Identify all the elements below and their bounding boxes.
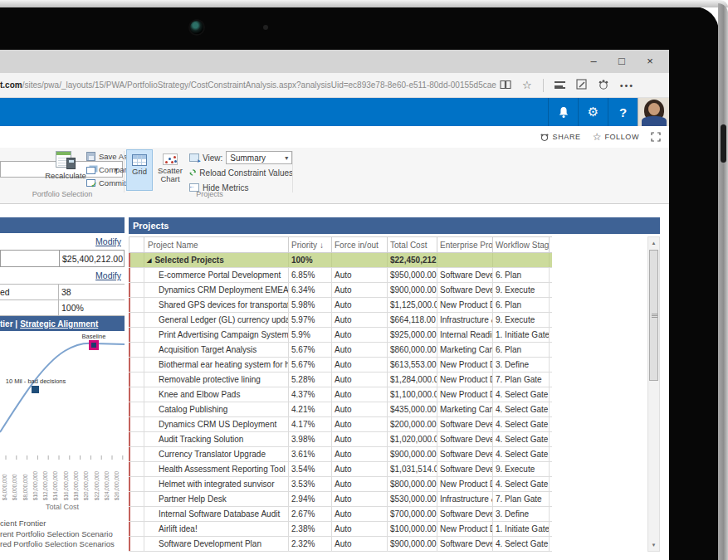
- scatter-chart-button[interactable]: Scatter Chart: [156, 149, 184, 191]
- more-actions-icon[interactable]: •••: [620, 80, 635, 90]
- row-selector-cell[interactable]: [129, 268, 144, 282]
- cell-project-name[interactable]: Print Advertising Campaign System: [144, 328, 289, 342]
- column-header-enterprise-project-type[interactable]: Enterprise Proje: [437, 237, 493, 252]
- reload-constraint-values-button[interactable]: Reload Constraint Values: [189, 166, 293, 179]
- table-row[interactable]: Knee and Elbow Pads 4.37% Auto $1,100,00…: [129, 387, 552, 402]
- table-row[interactable]: Shared GPS devices for transportation 5.…: [129, 298, 552, 313]
- column-header-force-inout[interactable]: Force in/out: [332, 237, 388, 252]
- close-button[interactable]: ×: [636, 50, 664, 73]
- row-selector-cell[interactable]: [129, 507, 144, 521]
- vertical-scrollbar[interactable]: ▲ ▼: [647, 236, 660, 552]
- cell-force-inout[interactable]: Auto: [332, 402, 388, 416]
- row-selector-cell[interactable]: [129, 328, 144, 342]
- grid-view-button[interactable]: Grid: [126, 149, 153, 191]
- cell-project-name[interactable]: Removable protective lining: [144, 373, 289, 387]
- row-selector-cell[interactable]: [129, 373, 144, 387]
- column-header-total-cost[interactable]: Total Cost: [388, 237, 437, 252]
- cell-force-inout[interactable]: Auto: [332, 447, 388, 461]
- table-row[interactable]: Helmet with integrated sunvisor 3.53% Au…: [129, 477, 552, 492]
- row-selector-cell[interactable]: [129, 522, 144, 536]
- cell-force-inout[interactable]: Auto: [332, 283, 388, 297]
- cell-project-name[interactable]: E-commerce Portal Development: [144, 268, 289, 282]
- address-bar[interactable]: t.com/sites/pwa/_layouts/15/PWA/Portfoli…: [0, 73, 669, 98]
- table-row[interactable]: Internal Software Database Audit 2.67% A…: [129, 507, 552, 522]
- cell-force-inout[interactable]: Auto: [332, 417, 388, 431]
- cell-force-inout[interactable]: Auto: [332, 387, 388, 402]
- row-selector-cell[interactable]: [129, 477, 144, 491]
- row-selector-cell[interactable]: [129, 462, 144, 476]
- web-note-icon[interactable]: [576, 79, 587, 91]
- table-row[interactable]: Airlift idea! 2.38% Auto $100,000.00 New…: [129, 522, 552, 537]
- cell-project-name[interactable]: General Ledger (GL) currency update: [144, 313, 289, 327]
- column-header-project-name[interactable]: Project Name: [144, 237, 289, 252]
- hub-icon[interactable]: [555, 81, 565, 89]
- cell-force-inout[interactable]: Auto: [332, 537, 388, 551]
- cell-project-name[interactable]: Knee and Elbow Pads: [144, 387, 289, 402]
- help-icon[interactable]: ?: [608, 98, 638, 126]
- row-selector-cell[interactable]: [129, 492, 144, 506]
- cell-force-inout[interactable]: Auto: [332, 507, 388, 521]
- cell-project-name[interactable]: Internal Software Database Audit: [144, 507, 289, 521]
- table-row[interactable]: Health Assessment Reporting Tool 3.54% A…: [129, 462, 552, 477]
- table-row[interactable]: Dynamics CRM Deployment EMEA 6.34% Auto …: [129, 283, 552, 298]
- cell-force-inout[interactable]: Auto: [332, 522, 388, 536]
- table-row[interactable]: ◢Selected Projects 100% $22,450,212: [129, 253, 552, 268]
- row-selector-cell[interactable]: [129, 343, 144, 357]
- cell-force-inout[interactable]: Auto: [332, 373, 388, 387]
- settings-gear-icon[interactable]: ⚙: [578, 98, 608, 126]
- cell-project-name[interactable]: Airlift idea!: [144, 522, 289, 536]
- table-row[interactable]: Currency Translator Upgrade 3.61% Auto $…: [129, 447, 552, 462]
- table-row[interactable]: Biothermal ear heating system for helm 5…: [129, 358, 552, 373]
- minimize-button[interactable]: –: [579, 50, 608, 73]
- cell-project-name[interactable]: Catalog Publishing: [144, 402, 289, 416]
- strategic-alignment-link[interactable]: Strategic Alignment: [20, 319, 98, 329]
- column-header-workflow-stage[interactable]: Workflow Stage: [493, 237, 550, 252]
- cell-force-inout[interactable]: Auto: [332, 298, 388, 312]
- follow-button[interactable]: ☆ FOLLOW: [593, 131, 639, 143]
- row-selector-cell[interactable]: [129, 253, 144, 267]
- scrollbar-thumb[interactable]: [649, 250, 658, 381]
- cell-project-name[interactable]: Acquisition Target Analysis: [144, 343, 289, 357]
- column-header-priority[interactable]: Priority ↓: [289, 237, 332, 252]
- table-row[interactable]: Removable protective lining 5.28% Auto $…: [129, 373, 552, 387]
- table-row[interactable]: General Ledger (GL) currency update 5.97…: [129, 313, 552, 328]
- row-selector-cell[interactable]: [129, 447, 144, 461]
- cell-project-name[interactable]: Helmet with integrated sunvisor: [144, 477, 289, 491]
- scroll-up-arrow-icon[interactable]: ▲: [648, 237, 659, 249]
- recalculate-button[interactable]: Recalculate: [46, 149, 85, 189]
- table-row[interactable]: Print Advertising Campaign System 5.9% A…: [129, 328, 552, 343]
- row-selector-cell[interactable]: [129, 298, 144, 312]
- share-button[interactable]: SHARE: [540, 132, 581, 142]
- cell-force-inout[interactable]: Auto: [332, 328, 388, 342]
- cell-force-inout[interactable]: Auto: [332, 343, 388, 357]
- cell-force-inout[interactable]: Auto: [332, 492, 388, 506]
- cell-force-inout[interactable]: Auto: [332, 358, 388, 372]
- cell-project-name[interactable]: Audit Tracking Solution: [144, 432, 289, 446]
- share-page-icon[interactable]: [598, 79, 609, 92]
- cell-project-name[interactable]: Shared GPS devices for transportation: [144, 298, 289, 312]
- row-selector-cell[interactable]: [129, 358, 144, 372]
- row-selector-cell[interactable]: [129, 283, 144, 297]
- cell-force-inout[interactable]: Auto: [332, 313, 388, 327]
- user-avatar[interactable]: [638, 98, 669, 126]
- cell-force-inout[interactable]: [332, 253, 388, 267]
- row-selector-cell[interactable]: [129, 432, 144, 446]
- table-row[interactable]: Partner Help Desk 2.94% Auto $530,000.00…: [129, 492, 552, 507]
- row-selector-cell[interactable]: [129, 402, 144, 416]
- cell-project-name[interactable]: Health Assessment Reporting Tool: [144, 462, 289, 476]
- cell-force-inout[interactable]: Auto: [332, 268, 388, 282]
- cell-project-name[interactable]: Partner Help Desk: [144, 492, 289, 506]
- cell-force-inout[interactable]: Auto: [332, 462, 388, 476]
- scroll-down-arrow-icon[interactable]: ▼: [648, 539, 659, 551]
- row-selector-cell[interactable]: [129, 537, 144, 551]
- table-row[interactable]: Catalog Publishing 4.21% Auto $435,000.0…: [129, 402, 552, 417]
- table-row[interactable]: Dynamics CRM US Deployment 4.17% Auto $2…: [129, 417, 552, 432]
- maximize-button[interactable]: □: [608, 50, 636, 73]
- cell-project-name[interactable]: Dynamics CRM Deployment EMEA: [144, 283, 289, 297]
- cell-force-inout[interactable]: Auto: [332, 432, 388, 446]
- favorites-star-icon[interactable]: ☆: [522, 79, 532, 91]
- url-text[interactable]: t.com/sites/pwa/_layouts/15/PWA/Portfoli…: [0, 80, 496, 90]
- cell-project-name[interactable]: Biothermal ear heating system for helm: [144, 358, 289, 372]
- cell-project-name[interactable]: Dynamics CRM US Deployment: [144, 417, 289, 431]
- modify-link-2[interactable]: Modify: [95, 270, 121, 280]
